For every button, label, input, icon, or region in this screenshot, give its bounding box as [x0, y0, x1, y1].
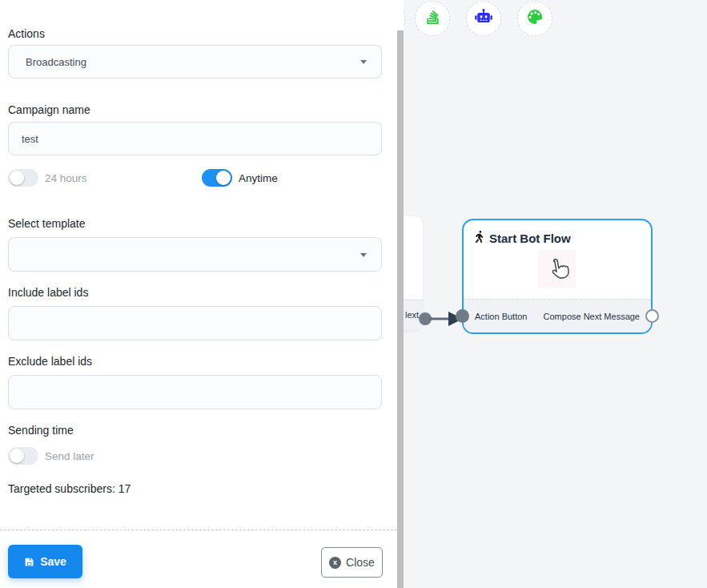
walking-person-icon [475, 231, 484, 246]
footer-divider [0, 530, 397, 530]
hand-cursor-icon [538, 250, 576, 288]
include-label-ids-input[interactable] [8, 306, 382, 340]
toolbar-stack-button[interactable] [415, 1, 450, 36]
actions-label: Actions [8, 27, 45, 40]
node-footer-action-button-label: Action Button [475, 312, 527, 321]
toggle-24-hours[interactable] [8, 169, 38, 187]
targeted-subscribers-text: Targeted subscribers: 17 [8, 482, 131, 495]
scrollbar-thumb[interactable] [397, 30, 404, 588]
campaign-name-label: Campaign name [8, 103, 90, 116]
palette-icon [525, 7, 544, 30]
exclude-label-ids-input[interactable] [8, 375, 382, 409]
save-button[interactable]: Save [8, 545, 82, 578]
exclude-label-ids-label: Exclude label ids [8, 355, 92, 368]
broadcast-settings-panel: Actions Broadcasting Campaign name 24 ho… [0, 0, 397, 588]
sending-time-label: Sending time [8, 424, 74, 437]
stack-icon [424, 8, 442, 30]
actions-dropdown[interactable]: Broadcasting [8, 45, 382, 79]
close-button-label: Close [346, 556, 375, 569]
close-button[interactable]: x Close [321, 547, 383, 578]
toggle-send-later[interactable] [8, 447, 38, 465]
toggle-anytime[interactable] [202, 169, 232, 187]
close-circle-icon: x [329, 557, 341, 569]
toggle-anytime-label: Anytime [239, 172, 278, 184]
chevron-down-icon [360, 60, 367, 64]
targeted-subscribers-count: 17 [119, 482, 131, 495]
node-footer-compose-next-label: Compose Next Message [544, 312, 640, 321]
node-footer: Action Button Compose Next Message [464, 299, 651, 332]
campaign-name-input[interactable] [8, 122, 382, 155]
toolbar-theme-button[interactable] [517, 1, 552, 36]
flow-canvas[interactable]: lext Start Bot Flow Action Button Compos… [397, 0, 707, 588]
include-label-ids-label: Include label ids [8, 286, 88, 299]
chevron-down-icon [360, 253, 367, 257]
node-input-port[interactable] [456, 309, 469, 323]
select-template-label: Select template [8, 217, 86, 230]
actions-dropdown-value: Broadcasting [9, 56, 86, 68]
node-title: Start Bot Flow [489, 232, 571, 245]
scrollbar-track [397, 0, 404, 30]
start-bot-flow-node[interactable]: Start Bot Flow Action Button Compose Nex… [462, 219, 653, 334]
toggle-knob [10, 171, 24, 185]
toggle-knob [10, 449, 24, 463]
robot-icon [474, 7, 493, 30]
node-header: Start Bot Flow [464, 220, 651, 246]
toggle-send-later-label: Send later [45, 450, 94, 462]
select-template-dropdown[interactable] [8, 237, 382, 272]
toolbar-bot-button[interactable] [466, 1, 501, 36]
toggle-24-hours-label: 24 hours [45, 172, 87, 184]
targeted-subscribers-label: Targeted subscribers: [8, 482, 115, 495]
node-output-port[interactable] [645, 309, 659, 323]
partial-node-label: lext [405, 300, 419, 330]
toggle-knob [216, 171, 231, 185]
floppy-disk-icon [24, 557, 34, 567]
save-button-label: Save [40, 555, 66, 568]
